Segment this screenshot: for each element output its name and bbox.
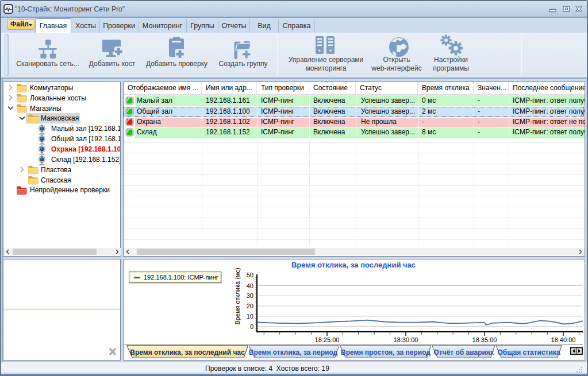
svg-text:18:40:00: 18:40:00 (551, 336, 576, 343)
svg-text:Коммутаторы: Коммутаторы (30, 84, 73, 92)
svg-text:40: 40 (247, 282, 253, 289)
svg-text:Маяковская: Маяковская (41, 114, 79, 122)
svg-text:50: 50 (247, 272, 253, 278)
svg-text:Общая статистика: Общая статистика (497, 348, 560, 356)
svg-text:0: 0 (250, 323, 253, 330)
svg-text:Локальные хосты: Локальные хосты (30, 94, 86, 102)
svg-text:Время отклика, за период: Время отклика, за период (249, 348, 338, 356)
svg-text:Магазины: Магазины (30, 104, 62, 113)
svg-text:18:35:00: 18:35:00 (472, 336, 497, 343)
svg-text:Спасская: Спасская (41, 176, 71, 184)
svg-text:10: 10 (247, 313, 253, 320)
svg-text:18:30:00: 18:30:00 (394, 336, 418, 343)
svg-text:Время простоя, за период: Время простоя, за период (341, 348, 431, 356)
svg-text:20: 20 (247, 303, 253, 309)
svg-text:Непройденные проверки: Непройденные проверки (30, 186, 110, 194)
svg-text:18:25:00: 18:25:00 (315, 336, 340, 343)
svg-text:30: 30 (247, 292, 253, 299)
svg-text:Общий зал [192.168.1.: Общий зал [192.168.1. (51, 135, 120, 143)
svg-text:Пластова: Пластова (41, 166, 72, 174)
svg-text:Время отклика, за последний ча: Время отклика, за последний час (130, 348, 245, 356)
svg-text:Склад [192.168.1.152]: Склад [192.168.1.152] (51, 156, 120, 164)
svg-text:Малый зал [192.168.1.1: Малый зал [192.168.1.1 (51, 125, 120, 133)
svg-text:Охрана [192.168.1.10: Охрана [192.168.1.10 (51, 145, 120, 153)
svg-text:Отчёт об авариях: Отчёт об авариях (433, 348, 494, 356)
